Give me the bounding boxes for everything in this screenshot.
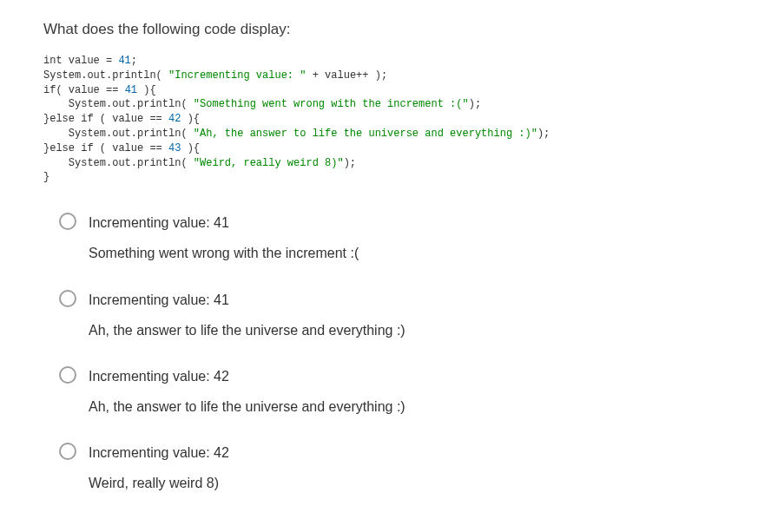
code-line-6: System.out.println( "Ah, the answer to l… <box>43 128 550 140</box>
option-text: Incrementing value: 42 Ah, the answer to… <box>89 365 405 418</box>
code-block: int value = 41; System.out.println( "Inc… <box>43 54 715 185</box>
answer-option-1[interactable]: Incrementing value: 41 Something went wr… <box>59 211 715 265</box>
radio-icon[interactable] <box>59 366 76 384</box>
radio-icon[interactable] <box>59 443 76 460</box>
code-line-2: System.out.println( "Incrementing value:… <box>43 69 387 82</box>
answer-option-3[interactable]: Incrementing value: 42 Ah, the answer to… <box>59 365 715 418</box>
code-line-9: } <box>43 171 49 183</box>
option-text: Incrementing value: 42 Weird, really wei… <box>89 441 229 495</box>
answer-option-2[interactable]: Incrementing value: 41 Ah, the answer to… <box>59 288 715 342</box>
radio-icon[interactable] <box>59 213 76 230</box>
answer-options: Incrementing value: 41 Something went wr… <box>43 211 715 496</box>
code-line-8: System.out.println( "Weird, really weird… <box>43 157 356 169</box>
option-text: Incrementing value: 41 Ah, the answer to… <box>89 288 405 342</box>
code-line-5: }else if ( value == 42 ){ <box>43 113 200 125</box>
question-prompt: What does the following code display: <box>43 21 715 38</box>
answer-option-4[interactable]: Incrementing value: 42 Weird, really wei… <box>59 441 715 495</box>
option-text: Incrementing value: 41 Something went wr… <box>89 211 359 265</box>
code-line-1: int value = 41; <box>43 55 137 67</box>
code-line-4: System.out.println( "Something went wron… <box>43 98 481 110</box>
code-line-3: if( value == 41 ){ <box>43 84 156 96</box>
radio-icon[interactable] <box>59 290 76 307</box>
code-line-7: }else if ( value == 43 ){ <box>43 142 200 154</box>
